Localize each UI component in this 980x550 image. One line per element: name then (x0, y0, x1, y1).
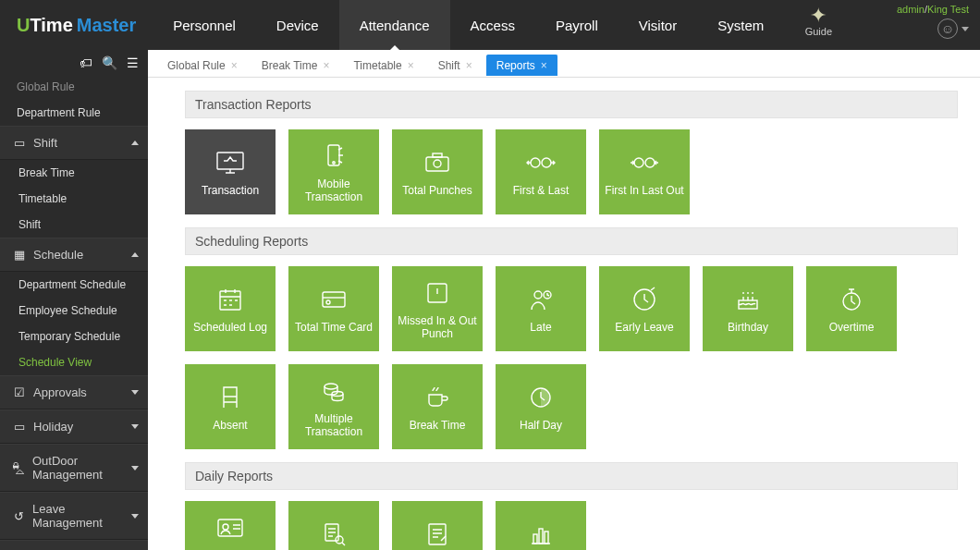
topnav-item-visitor[interactable]: Visitor (619, 0, 697, 50)
avatar-icon: ☺ (937, 18, 958, 39)
topnav-item-system[interactable]: System (697, 0, 784, 50)
chevron-down-icon (962, 27, 969, 31)
logo-part-master: Master (77, 15, 136, 36)
signpost-icon: ✦ (805, 6, 832, 26)
user-admin: admin (897, 4, 925, 15)
top-nav: PersonnelDeviceAttendanceAccessPayrollVi… (153, 0, 784, 50)
topnav-item-device[interactable]: Device (256, 0, 339, 50)
app-logo: UTime Master (0, 15, 153, 36)
topnav-item-personnel[interactable]: Personnel (153, 0, 256, 50)
guide-label: Guide (805, 26, 832, 37)
user-area: admin/King Test ☺ (897, 4, 969, 39)
topnav-item-access[interactable]: Access (450, 0, 535, 50)
logo-part-u: U (17, 15, 30, 36)
user-line: admin/King Test (897, 4, 969, 15)
topnav-item-payroll[interactable]: Payroll (535, 0, 619, 50)
guide-button[interactable]: ✦ Guide (805, 6, 832, 37)
user-name: King Test (927, 4, 969, 15)
top-bar: UTime Master PersonnelDeviceAttendanceAc… (0, 0, 980, 50)
user-menu[interactable]: ☺ (937, 18, 969, 39)
topnav-item-attendance[interactable]: Attendance (339, 0, 450, 50)
logo-part-time: Time (30, 15, 72, 36)
